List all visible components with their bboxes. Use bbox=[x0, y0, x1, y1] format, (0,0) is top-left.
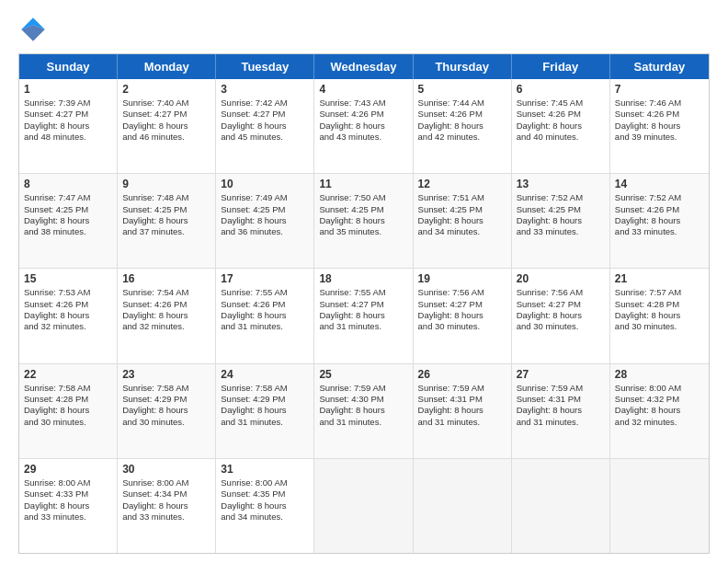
cell-line-3: and 30 minutes. bbox=[24, 417, 112, 428]
cell-line-0: Sunrise: 7:47 AM bbox=[24, 192, 112, 203]
cell-line-3: and 32 minutes. bbox=[615, 417, 704, 428]
cell-line-1: Sunset: 4:26 PM bbox=[615, 204, 704, 215]
day-number: 28 bbox=[615, 368, 704, 381]
cell-line-3: and 34 minutes. bbox=[221, 511, 309, 523]
day-number: 20 bbox=[517, 272, 605, 285]
day-cell-15: 15Sunrise: 7:53 AMSunset: 4:26 PMDayligh… bbox=[19, 269, 118, 362]
day-cell-11: 11Sunrise: 7:50 AMSunset: 4:25 PMDayligh… bbox=[314, 174, 413, 268]
logo bbox=[18, 15, 53, 44]
header bbox=[18, 15, 710, 44]
day-number: 3 bbox=[221, 83, 309, 96]
header-day-saturday: Saturday bbox=[610, 54, 709, 79]
cell-line-3: and 43 minutes. bbox=[319, 132, 407, 143]
cell-line-2: Daylight: 8 hours bbox=[517, 215, 605, 226]
logo-icon bbox=[18, 15, 48, 44]
cell-line-2: Daylight: 8 hours bbox=[122, 215, 210, 226]
day-cell-8: 8Sunrise: 7:47 AMSunset: 4:25 PMDaylight… bbox=[19, 174, 118, 268]
header-day-tuesday: Tuesday bbox=[216, 54, 314, 79]
cell-line-1: Sunset: 4:26 PM bbox=[24, 299, 112, 310]
cell-line-1: Sunset: 4:25 PM bbox=[122, 204, 210, 215]
cell-line-0: Sunrise: 7:59 AM bbox=[319, 383, 407, 394]
cell-line-0: Sunrise: 7:56 AM bbox=[517, 287, 605, 298]
calendar-row-3: 15Sunrise: 7:53 AMSunset: 4:26 PMDayligh… bbox=[19, 269, 709, 363]
cell-line-1: Sunset: 4:26 PM bbox=[221, 299, 309, 310]
cell-line-3: and 33 minutes. bbox=[24, 511, 112, 523]
cell-line-1: Sunset: 4:34 PM bbox=[122, 488, 210, 500]
cell-line-1: Sunset: 4:29 PM bbox=[221, 394, 309, 405]
day-number: 24 bbox=[221, 368, 309, 381]
day-number: 29 bbox=[24, 463, 112, 476]
cell-line-1: Sunset: 4:35 PM bbox=[221, 488, 309, 500]
cell-line-2: Daylight: 8 hours bbox=[122, 121, 210, 132]
cell-line-0: Sunrise: 8:00 AM bbox=[122, 477, 210, 488]
day-number: 8 bbox=[24, 178, 112, 190]
cell-line-2: Daylight: 8 hours bbox=[221, 310, 309, 321]
day-cell-4: 4Sunrise: 7:43 AMSunset: 4:26 PMDaylight… bbox=[314, 79, 413, 173]
cell-line-0: Sunrise: 7:50 AM bbox=[319, 192, 407, 203]
day-cell-26: 26Sunrise: 7:59 AMSunset: 4:31 PMDayligh… bbox=[414, 364, 512, 458]
cell-line-1: Sunset: 4:25 PM bbox=[517, 204, 605, 215]
cell-line-2: Daylight: 8 hours bbox=[24, 310, 112, 321]
day-cell-31: 31Sunrise: 8:00 AMSunset: 4:35 PMDayligh… bbox=[216, 459, 314, 553]
cell-line-2: Daylight: 8 hours bbox=[615, 310, 704, 321]
cell-line-3: and 40 minutes. bbox=[517, 132, 605, 143]
cell-line-3: and 48 minutes. bbox=[24, 132, 112, 143]
day-number: 5 bbox=[418, 83, 506, 96]
cell-line-0: Sunrise: 7:58 AM bbox=[122, 383, 210, 394]
cell-line-0: Sunrise: 7:58 AM bbox=[221, 383, 309, 394]
calendar-row-1: 1Sunrise: 7:39 AMSunset: 4:27 PMDaylight… bbox=[19, 79, 709, 174]
cell-line-2: Daylight: 8 hours bbox=[418, 121, 506, 132]
cell-line-3: and 31 minutes. bbox=[319, 321, 407, 332]
cell-line-3: and 39 minutes. bbox=[615, 132, 704, 143]
cell-line-1: Sunset: 4:27 PM bbox=[24, 109, 112, 120]
cell-line-1: Sunset: 4:33 PM bbox=[24, 488, 112, 500]
cell-line-0: Sunrise: 7:54 AM bbox=[122, 287, 210, 298]
cell-line-1: Sunset: 4:30 PM bbox=[319, 394, 407, 405]
day-number: 23 bbox=[122, 368, 210, 381]
cell-line-0: Sunrise: 7:39 AM bbox=[24, 98, 112, 109]
day-number: 11 bbox=[319, 178, 407, 190]
empty-cell bbox=[610, 459, 709, 553]
empty-cell bbox=[414, 459, 512, 553]
day-number: 13 bbox=[517, 178, 605, 190]
cell-line-1: Sunset: 4:28 PM bbox=[615, 299, 704, 310]
cell-line-2: Daylight: 8 hours bbox=[122, 405, 210, 416]
day-number: 9 bbox=[122, 178, 210, 190]
cell-line-1: Sunset: 4:26 PM bbox=[615, 109, 704, 120]
cell-line-3: and 36 minutes. bbox=[221, 226, 309, 237]
cell-line-1: Sunset: 4:26 PM bbox=[122, 299, 210, 310]
cell-line-0: Sunrise: 7:46 AM bbox=[615, 98, 704, 109]
cell-line-2: Daylight: 8 hours bbox=[319, 405, 407, 416]
cell-line-1: Sunset: 4:29 PM bbox=[122, 394, 210, 405]
calendar-body: 1Sunrise: 7:39 AMSunset: 4:27 PMDaylight… bbox=[19, 79, 709, 553]
day-cell-12: 12Sunrise: 7:51 AMSunset: 4:25 PMDayligh… bbox=[414, 174, 512, 268]
day-number: 31 bbox=[221, 463, 309, 476]
day-cell-16: 16Sunrise: 7:54 AMSunset: 4:26 PMDayligh… bbox=[118, 269, 216, 362]
cell-line-3: and 31 minutes. bbox=[418, 417, 506, 428]
cell-line-1: Sunset: 4:31 PM bbox=[517, 394, 605, 405]
cell-line-0: Sunrise: 8:00 AM bbox=[615, 383, 704, 394]
calendar-row-4: 22Sunrise: 7:58 AMSunset: 4:28 PMDayligh… bbox=[19, 364, 709, 459]
cell-line-0: Sunrise: 7:55 AM bbox=[221, 287, 309, 298]
day-number: 26 bbox=[418, 368, 506, 381]
cell-line-3: and 42 minutes. bbox=[418, 132, 506, 143]
cell-line-2: Daylight: 8 hours bbox=[615, 405, 704, 416]
day-number: 1 bbox=[24, 83, 112, 96]
day-cell-7: 7Sunrise: 7:46 AMSunset: 4:26 PMDaylight… bbox=[610, 79, 709, 173]
day-number: 27 bbox=[517, 368, 605, 381]
cell-line-2: Daylight: 8 hours bbox=[24, 121, 112, 132]
day-number: 7 bbox=[615, 83, 704, 96]
calendar: SundayMondayTuesdayWednesdayThursdayFrid… bbox=[18, 53, 710, 554]
cell-line-2: Daylight: 8 hours bbox=[615, 215, 704, 226]
cell-line-3: and 32 minutes. bbox=[24, 321, 112, 332]
cell-line-2: Daylight: 8 hours bbox=[517, 310, 605, 321]
cell-line-3: and 34 minutes. bbox=[418, 226, 506, 237]
day-number: 14 bbox=[615, 178, 704, 190]
day-cell-5: 5Sunrise: 7:44 AMSunset: 4:26 PMDaylight… bbox=[414, 79, 512, 173]
day-number: 19 bbox=[418, 272, 506, 285]
cell-line-2: Daylight: 8 hours bbox=[319, 121, 407, 132]
day-number: 10 bbox=[221, 178, 309, 190]
cell-line-2: Daylight: 8 hours bbox=[24, 405, 112, 416]
cell-line-1: Sunset: 4:32 PM bbox=[615, 394, 704, 405]
cell-line-2: Daylight: 8 hours bbox=[122, 310, 210, 321]
